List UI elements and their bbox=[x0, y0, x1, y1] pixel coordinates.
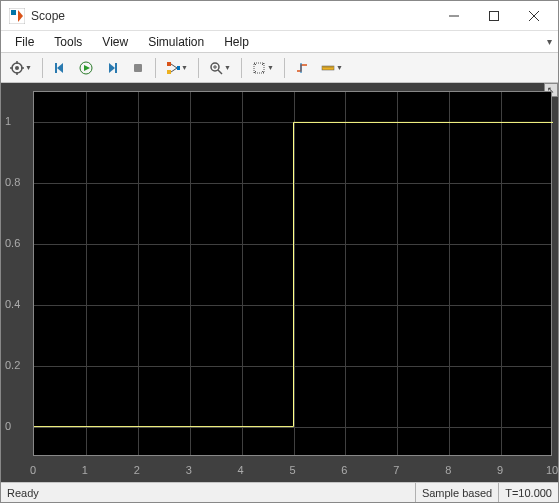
status-sample: Sample based bbox=[415, 483, 498, 502]
window-controls bbox=[434, 2, 554, 30]
menu-overflow-icon[interactable]: ▾ bbox=[547, 36, 552, 47]
grid-line bbox=[34, 244, 551, 245]
window-title: Scope bbox=[31, 9, 434, 23]
svg-rect-1 bbox=[11, 10, 16, 15]
titlebar: Scope bbox=[1, 1, 558, 31]
grid-line bbox=[138, 92, 139, 455]
y-tick-label: 0.2 bbox=[5, 359, 20, 371]
x-tick-label: 3 bbox=[186, 464, 192, 476]
x-tick-label: 5 bbox=[289, 464, 295, 476]
svg-rect-3 bbox=[490, 11, 499, 20]
menu-file[interactable]: File bbox=[5, 33, 44, 51]
grid-line bbox=[501, 92, 502, 455]
close-button[interactable] bbox=[514, 2, 554, 30]
menu-view[interactable]: View bbox=[92, 33, 138, 51]
step-forward-button[interactable] bbox=[100, 56, 124, 80]
separator bbox=[42, 58, 43, 78]
menu-help[interactable]: Help bbox=[214, 33, 259, 51]
x-tick-label: 1 bbox=[82, 464, 88, 476]
grid-line bbox=[345, 92, 346, 455]
app-icon bbox=[9, 8, 25, 24]
grid-line bbox=[34, 305, 551, 306]
x-tick-label: 10 bbox=[546, 464, 558, 476]
stop-button[interactable] bbox=[126, 56, 150, 80]
menubar: File Tools View Simulation Help ▾ bbox=[1, 31, 558, 53]
x-tick-label: 6 bbox=[341, 464, 347, 476]
svg-line-18 bbox=[171, 64, 177, 68]
svg-rect-20 bbox=[177, 66, 180, 70]
separator bbox=[198, 58, 199, 78]
configure-button[interactable]: ▼ bbox=[5, 56, 37, 80]
y-tick-label: 0.8 bbox=[5, 176, 20, 188]
svg-rect-17 bbox=[167, 70, 171, 74]
menu-simulation[interactable]: Simulation bbox=[138, 33, 214, 51]
y-tick-label: 0.4 bbox=[5, 298, 20, 310]
svg-line-22 bbox=[218, 70, 222, 74]
x-tick-label: 7 bbox=[393, 464, 399, 476]
minimize-button[interactable] bbox=[434, 2, 474, 30]
x-tick-label: 4 bbox=[238, 464, 244, 476]
svg-rect-14 bbox=[115, 63, 117, 73]
triggers-button[interactable] bbox=[290, 56, 314, 80]
toolbar: ▼ ▼ ▼ ▼ ▼ bbox=[1, 53, 558, 83]
signal-selector-button[interactable]: ▼ bbox=[161, 56, 193, 80]
x-tick-label: 9 bbox=[497, 464, 503, 476]
grid-line bbox=[34, 122, 551, 123]
plot-axes[interactable] bbox=[33, 91, 552, 456]
maximize-button[interactable] bbox=[474, 2, 514, 30]
separator bbox=[284, 58, 285, 78]
grid-line bbox=[34, 427, 551, 428]
x-tick-label: 8 bbox=[445, 464, 451, 476]
y-tick-label: 1 bbox=[5, 115, 11, 127]
y-tick-label: 0.6 bbox=[5, 237, 20, 249]
plot-area[interactable]: ↖ 01234567891000.20.40.60.81 bbox=[1, 83, 558, 482]
svg-rect-16 bbox=[167, 62, 171, 66]
measurements-button[interactable]: ▼ bbox=[316, 56, 348, 80]
grid-line bbox=[397, 92, 398, 455]
status-ready: Ready bbox=[1, 487, 415, 499]
status-time: T=10.000 bbox=[498, 483, 558, 502]
step-back-button[interactable] bbox=[48, 56, 72, 80]
grid-line bbox=[294, 92, 295, 455]
run-button[interactable] bbox=[74, 56, 98, 80]
grid-line bbox=[86, 92, 87, 455]
svg-rect-12 bbox=[55, 63, 57, 73]
separator bbox=[241, 58, 242, 78]
svg-line-19 bbox=[171, 68, 177, 72]
grid-line bbox=[449, 92, 450, 455]
y-tick-label: 0 bbox=[5, 420, 11, 432]
separator bbox=[155, 58, 156, 78]
x-tick-label: 2 bbox=[134, 464, 140, 476]
grid-line bbox=[190, 92, 191, 455]
statusbar: Ready Sample based T=10.000 bbox=[1, 482, 558, 502]
svg-rect-15 bbox=[134, 64, 142, 72]
x-tick-label: 0 bbox=[30, 464, 36, 476]
autoscale-button[interactable]: ▼ bbox=[247, 56, 279, 80]
menu-tools[interactable]: Tools bbox=[44, 33, 92, 51]
svg-point-7 bbox=[15, 66, 19, 70]
zoom-button[interactable]: ▼ bbox=[204, 56, 236, 80]
grid-line bbox=[34, 366, 551, 367]
grid-line bbox=[34, 183, 551, 184]
grid-line bbox=[242, 92, 243, 455]
